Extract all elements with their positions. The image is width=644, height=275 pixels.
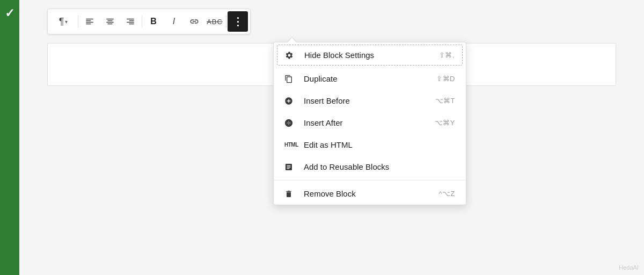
align-right-button[interactable] [120, 11, 141, 32]
html-icon: HTML [284, 142, 298, 148]
strikethrough-button[interactable]: ABC [204, 11, 225, 32]
italic-button[interactable]: I [164, 11, 184, 32]
more-options-icon: ⋮ [232, 16, 244, 27]
gear-icon [285, 51, 299, 60]
align-center-icon [105, 17, 115, 26]
duplicate-icon [284, 75, 298, 83]
sidebar: ✓ [0, 0, 19, 275]
align-left-icon [85, 17, 94, 26]
insert-after-label: Insert After [304, 118, 435, 127]
insert-after-shortcut: ⌥⌘Y [435, 119, 455, 127]
align-left-button[interactable] [79, 11, 100, 32]
align-center-button[interactable] [100, 11, 120, 32]
bold-button[interactable]: B [143, 11, 164, 32]
check-icon: ✓ [5, 6, 14, 20]
trash-icon [284, 190, 298, 198]
italic-icon: I [173, 17, 175, 26]
menu-item-insert-after[interactable]: Insert After ⌥⌘Y [274, 112, 466, 134]
more-options-button[interactable]: ⋮ [228, 11, 248, 32]
paragraph-icon: ¶ [59, 16, 64, 27]
bold-icon: B [150, 17, 157, 26]
menu-item-add-reusable[interactable]: Add to Reusable Blocks [274, 156, 466, 178]
remove-block-shortcut: ^⌥Z [438, 190, 455, 198]
paragraph-dropdown-icon: ▾ [65, 19, 68, 25]
insert-after-icon [284, 119, 298, 127]
menu-item-duplicate[interactable]: Duplicate ⇧⌘D [274, 68, 466, 90]
strikethrough-icon: ABC [207, 18, 223, 26]
toolbar-divider-2 [142, 15, 142, 28]
align-right-icon [126, 17, 135, 26]
toolbar: ¶ ▾ B I [47, 9, 251, 34]
hide-block-settings-label: Hide Block Settings [304, 50, 439, 60]
duplicate-label: Duplicate [304, 74, 436, 83]
hide-block-settings-shortcut: ⇧⌘, [439, 51, 455, 59]
toolbar-divider-3 [226, 15, 226, 28]
add-reusable-label: Add to Reusable Blocks [304, 162, 455, 171]
link-icon [189, 17, 199, 26]
menu-item-remove-block[interactable]: Remove Block ^⌥Z [274, 183, 466, 205]
watermark: HedaAI [619, 264, 639, 271]
remove-block-label: Remove Block [304, 189, 438, 198]
menu-item-insert-before[interactable]: Insert Before ⌥⌘T [274, 90, 466, 112]
reusable-icon [284, 163, 298, 171]
menu-separator [274, 180, 466, 180]
menu-item-edit-html[interactable]: HTML Edit as HTML [274, 134, 466, 156]
insert-before-shortcut: ⌥⌘T [435, 97, 455, 105]
menu-item-hide-block-settings[interactable]: Hide Block Settings ⇧⌘, [277, 45, 463, 66]
toolbar-divider-1 [78, 15, 78, 28]
insert-before-label: Insert Before [304, 96, 435, 105]
dropdown-arrow [288, 38, 296, 42]
edit-html-label: Edit as HTML [304, 140, 455, 149]
main-area: ¶ ▾ B I [19, 0, 644, 275]
duplicate-shortcut: ⇧⌘D [436, 75, 455, 83]
insert-before-icon [284, 97, 298, 105]
link-button[interactable] [184, 11, 204, 32]
dropdown-menu: Hide Block Settings ⇧⌘, Duplicate ⇧⌘D In… [273, 42, 466, 205]
paragraph-button[interactable]: ¶ ▾ [50, 11, 77, 32]
